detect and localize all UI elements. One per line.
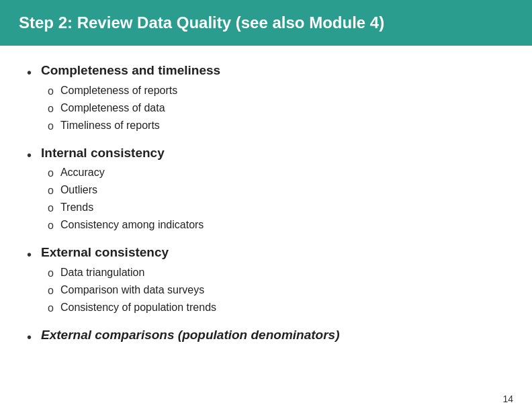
sub-item-1-1: o Completeness of reports [48, 83, 220, 99]
sub-dot-1-2: o [48, 101, 54, 117]
sub-item-1-2: o Completeness of data [48, 100, 220, 117]
header-title: Step 2: Review Data Quality (see also Mo… [19, 13, 384, 32]
sub-item-3-3: o Consistency of population trends [48, 300, 216, 316]
bullet-completeness: • Completeness and timeliness o Complete… [27, 62, 505, 135]
sub-text-2-1: Accuracy [60, 165, 105, 181]
sub-text-3-2: Comparison with data surveys [60, 282, 204, 298]
sub-dot-1-1: o [48, 83, 54, 99]
sub-items-3: o Data triangulation o Comparison with d… [48, 265, 216, 317]
sub-text-2-4: Consistency among indicators [60, 217, 204, 233]
sub-text-1-1: Completeness of reports [60, 83, 177, 99]
bullet-comparisons: • External comparisons (population denom… [27, 326, 505, 347]
bullet-content-3: External consistency o Data triangulatio… [41, 244, 216, 317]
sub-item-3-1: o Data triangulation [48, 265, 216, 281]
sub-text-2-3: Trends [60, 199, 93, 216]
slide-header: Step 2: Review Data Quality (see also Mo… [0, 0, 532, 46]
sub-item-2-2: o Outliers [48, 182, 204, 199]
sub-text-2-2: Outliers [60, 182, 97, 198]
sub-dot-2-1: o [48, 165, 54, 181]
sub-item-1-3: o Timeliness of reports [48, 118, 220, 134]
bullet-dot-4: • [27, 328, 32, 347]
bullet-dot-3: • [27, 245, 32, 264]
sub-dot-3-2: o [48, 283, 54, 299]
slide: Step 2: Review Data Quality (see also Mo… [0, 0, 532, 411]
sub-dot-1-3: o [48, 118, 54, 134]
sub-item-3-2: o Comparison with data surveys [48, 282, 216, 299]
bullet-main-3: External consistency [41, 244, 216, 262]
bullet-main-2: Internal consistency [41, 144, 204, 163]
sub-text-1-2: Completeness of data [60, 100, 165, 116]
sub-dot-3-3: o [48, 300, 54, 316]
sub-item-2-1: o Accuracy [48, 165, 204, 181]
page-number: 14 [502, 394, 513, 404]
sub-items-2: o Accuracy o Outliers o Trends o Consist… [48, 165, 204, 234]
sub-text-3-3: Consistency of population trends [60, 300, 216, 316]
bullet-main-1: Completeness and timeliness [41, 62, 220, 80]
bullet-external: • External consistency o Data triangulat… [27, 244, 505, 317]
bullet-main-4: External comparisons (population denomin… [41, 326, 339, 345]
bullet-internal: • Internal consistency o Accuracy o Outl… [27, 144, 505, 235]
sub-items-1: o Completeness of reports o Completeness… [48, 83, 220, 135]
sub-dot-3-1: o [48, 265, 54, 281]
bullet-dot-1: • [27, 63, 32, 82]
sub-dot-2-4: o [48, 218, 54, 234]
bullet-content-1: Completeness and timeliness o Completene… [41, 62, 220, 135]
sub-dot-2-2: o [48, 183, 54, 199]
sub-item-2-3: o Trends [48, 199, 204, 216]
sub-text-1-3: Timeliness of reports [60, 118, 160, 134]
sub-dot-2-3: o [48, 200, 54, 216]
sub-text-3-1: Data triangulation [60, 265, 144, 281]
bullet-dot-2: • [27, 146, 32, 165]
slide-content: • Completeness and timeliness o Complete… [0, 46, 532, 391]
bullet-content-4: External comparisons (population denomin… [41, 326, 339, 346]
bullet-content-2: Internal consistency o Accuracy o Outlie… [41, 144, 204, 235]
sub-item-2-4: o Consistency among indicators [48, 217, 204, 234]
slide-footer: 14 [0, 391, 532, 411]
